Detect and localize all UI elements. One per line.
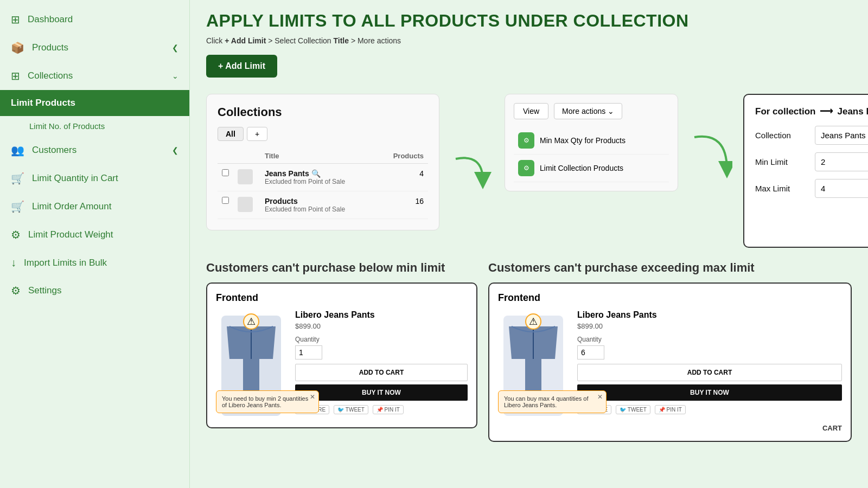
chevron-down-more-icon: ⌄ xyxy=(608,107,614,115)
collections-panel-title: Collections xyxy=(218,105,428,119)
sidebar-item-limit-products[interactable]: Limit Products xyxy=(0,90,189,116)
max-add-to-cart-button[interactable]: ADD TO CART xyxy=(577,364,842,381)
sidebar-label-limit-weight: Limit Product Weight xyxy=(28,229,113,240)
action-item-limitcoll[interactable]: ⚙ Limit Collection Products xyxy=(514,155,669,182)
min-frontend-label: Frontend xyxy=(216,292,468,304)
chevron-down-icon: ⌄ xyxy=(172,72,178,80)
sidebar-item-dashboard[interactable]: ⊞ Dashboard xyxy=(0,5,189,34)
actions-panel: View More actions ⌄ ⚙ Min Max Qty for Pr… xyxy=(505,94,678,191)
main-content: APPLY LIMITS TO ALL PRODUCTS UNDER COLLE… xyxy=(190,0,868,488)
max-tooltip: ✕ You can buy max 4 quantities of Libero… xyxy=(498,390,607,413)
tweet-button-min[interactable]: 🐦 TWEET xyxy=(334,405,368,414)
max-product-name: Libero Jeans Pants xyxy=(577,310,842,320)
collections-icon: ⊞ xyxy=(11,69,20,82)
arrow-to-actions xyxy=(450,148,494,191)
action-label-limitcoll: Limit Collection Products xyxy=(540,164,623,172)
max-product-price: $899.00 xyxy=(577,322,842,330)
row-title-2: Products xyxy=(265,197,372,206)
max-buy-now-button[interactable]: BUY IT NOW xyxy=(577,384,842,401)
min-product-demo: ⚠ ✕ You need to buy min 2 quantities of … xyxy=(216,310,468,419)
row-checkbox-2[interactable] xyxy=(222,197,229,204)
collections-table: Title Products Jeans Pants 🔍 Excluded fr… xyxy=(218,149,428,219)
warning-icon-max: ⚠ xyxy=(525,313,541,330)
breadcrumb-prefix: Click xyxy=(206,36,225,45)
max-qty-input[interactable] xyxy=(577,345,604,359)
sidebar-label-customers: Customers xyxy=(32,145,76,156)
table-row: Products Excluded from Point of Sale 16 xyxy=(218,191,428,219)
cart-label: CART xyxy=(498,424,842,432)
warning-icon: ⚠ xyxy=(243,313,259,330)
max-limit-title: Customers can't purchase exceeding max l… xyxy=(488,261,852,275)
sidebar-item-settings[interactable]: ⚙ Settings xyxy=(0,277,189,305)
sidebar-label-products: Products xyxy=(32,42,68,53)
pin-button-min[interactable]: 📌 PIN IT xyxy=(373,405,404,414)
order-icon: 🛒 xyxy=(11,200,24,213)
sidebar-item-limit-order[interactable]: 🛒 Limit Order Amount xyxy=(0,192,189,221)
form-row-min: Min Limit xyxy=(755,152,868,171)
more-actions-button[interactable]: More actions ⌄ xyxy=(554,103,622,119)
row-sub-2: Excluded from Point of Sale xyxy=(265,206,372,213)
max-social-btns: 📘 SHARE 🐦 TWEET 📌 PIN IT xyxy=(577,405,842,414)
tab-add[interactable]: + xyxy=(247,127,267,141)
min-qty-label: Quantity xyxy=(295,336,468,343)
form-panel-title: For collection ⟶ Jeans Pants xyxy=(755,106,868,117)
tweet-button-max[interactable]: 🐦 TWEET xyxy=(616,405,650,414)
action-item-minmax[interactable]: ⚙ Min Max Qty for Products xyxy=(514,127,669,155)
min-limit-section: Customers can't purchase below min limit… xyxy=(206,261,477,428)
breadcrumb-action: + Add Limit xyxy=(225,36,266,45)
form-row-max: Max Limit xyxy=(755,179,868,198)
max-limit-frontend-card: Frontend ⚠ ✕ You can buy max 4 xyxy=(488,282,852,442)
table-row: Jeans Pants 🔍 Excluded from Point of Sal… xyxy=(218,164,428,191)
breadcrumb-bold: Title xyxy=(333,36,349,45)
page-title: APPLY LIMITS TO ALL PRODUCTS UNDER COLLE… xyxy=(206,11,852,31)
sidebar-label-limit-qty: Limit Quantity in Cart xyxy=(32,173,118,184)
weight-icon: ⚙ xyxy=(11,228,21,241)
dashboard-icon: ⊞ xyxy=(11,13,20,26)
sidebar-item-customers[interactable]: 👥 Customers ❮ xyxy=(0,136,189,164)
max-limit-label: Max Limit xyxy=(755,184,809,193)
row-checkbox-1[interactable] xyxy=(222,169,229,176)
row-sub-1: Excluded from Point of Sale xyxy=(265,178,372,185)
products-icon: 📦 xyxy=(11,41,24,54)
min-add-to-cart-button[interactable]: ADD TO CART xyxy=(295,364,468,381)
customers-icon: 👥 xyxy=(11,144,24,157)
settings-icon: ⚙ xyxy=(11,284,21,297)
add-limit-button[interactable]: + Add Limit xyxy=(206,55,277,78)
arrow-icon: ⟶ xyxy=(820,106,833,117)
limitcoll-icon: ⚙ xyxy=(518,160,534,176)
view-button[interactable]: View xyxy=(514,103,548,119)
sidebar-item-products[interactable]: 📦 Products ❮ xyxy=(0,34,189,62)
collection-label: Collection xyxy=(755,131,809,140)
max-limit-section: Customers can't purchase exceeding max l… xyxy=(488,261,852,442)
max-product-demo: ⚠ ✕ You can buy max 4 quantities of Libe… xyxy=(498,310,842,419)
collection-input[interactable] xyxy=(815,126,868,145)
pin-button-max[interactable]: 📌 PIN IT xyxy=(655,405,686,414)
sidebar-label-import: Import Limits in Bulk xyxy=(24,258,107,268)
sidebar: ⊞ Dashboard 📦 Products ❮ ⊞ Collections ⌄… xyxy=(0,0,190,488)
row-title-1: Jeans Pants 🔍 xyxy=(265,169,372,178)
breadcrumb: Click + Add Limit > Select Collection Ti… xyxy=(206,36,852,45)
tooltip-close-min[interactable]: ✕ xyxy=(310,393,315,401)
min-qty-input[interactable] xyxy=(295,345,322,359)
breadcrumb-suffix: > More actions xyxy=(351,36,401,45)
sidebar-item-limit-qty[interactable]: 🛒 Limit Quantity in Cart xyxy=(0,164,189,192)
min-product-price: $899.00 xyxy=(295,322,468,330)
sidebar-item-import[interactable]: ↓ Import Limits in Bulk xyxy=(0,249,189,277)
min-limit-title: Customers can't purchase below min limit xyxy=(206,261,477,275)
tab-all[interactable]: All xyxy=(218,127,244,141)
sidebar-item-limit-no-products[interactable]: Limit No. of Products xyxy=(0,116,189,136)
max-limit-input[interactable] xyxy=(815,179,868,198)
actions-header: View More actions ⌄ xyxy=(514,103,669,119)
sidebar-item-collections[interactable]: ⊞ Collections ⌄ xyxy=(0,62,189,90)
min-buy-now-button[interactable]: BUY IT NOW xyxy=(295,384,468,401)
row-count-1: 4 xyxy=(376,164,428,191)
tooltip-close-max[interactable]: ✕ xyxy=(597,393,603,401)
min-limit-label: Min Limit xyxy=(755,157,809,166)
row-icon-2 xyxy=(238,197,253,212)
min-limit-input[interactable] xyxy=(815,152,868,171)
sidebar-item-limit-weight[interactable]: ⚙ Limit Product Weight xyxy=(0,221,189,249)
collections-panel: Collections All + Title Products xyxy=(206,94,439,230)
cart-icon: 🛒 xyxy=(11,172,24,185)
min-product-info: Libero Jeans Pants $899.00 Quantity ADD … xyxy=(295,310,468,414)
action-label-minmax: Min Max Qty for Products xyxy=(540,136,626,145)
